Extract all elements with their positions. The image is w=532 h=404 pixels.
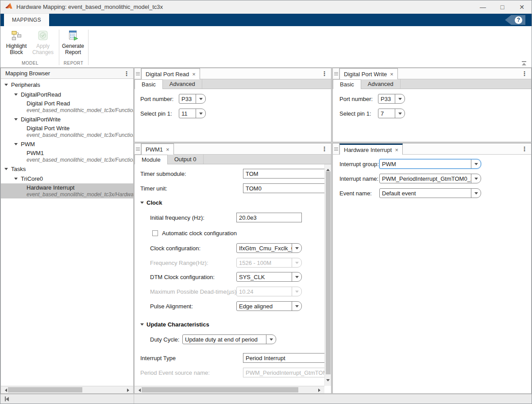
tab-close-icon[interactable]: × — [166, 147, 170, 152]
tab-pwm1[interactable]: PWM1 × — [141, 144, 174, 155]
scrollbar-thumb[interactable] — [8, 387, 82, 392]
scroll-right-icon[interactable] — [318, 388, 322, 392]
chevron-down-icon[interactable] — [292, 244, 301, 252]
timer-unit-input[interactable]: TOM0 — [243, 183, 324, 193]
panel-drag-handle-icon[interactable] — [333, 68, 339, 79]
browser-horizontal-scrollbar[interactable] — [1, 386, 133, 393]
scroll-left-icon[interactable] — [137, 388, 141, 392]
scroll-left-icon[interactable] — [3, 388, 7, 392]
button-label: Block — [10, 49, 23, 55]
panel-drag-handle-icon[interactable] — [135, 68, 141, 79]
subtab-advanced[interactable]: Advanced — [163, 79, 202, 89]
field-label: Interrupt name: — [339, 175, 379, 182]
mapping-tree: Peripherals DigitalPortRead Digital Port… — [1, 79, 133, 385]
pulse-alignment-dropdown[interactable]: Edge aligned — [236, 301, 302, 311]
tree-item-hardware-interrupt[interactable]: Hardware Interrupt event_based_monolithi… — [1, 183, 133, 198]
tree-item-digitalportwrite[interactable]: DigitalPortWrite — [1, 114, 133, 124]
chevron-down-icon[interactable] — [471, 159, 481, 168]
scrollbar-thumb[interactable] — [326, 171, 331, 374]
chevron-down-icon[interactable] — [196, 94, 205, 103]
window-title: Hardware Mapping: event_based_monolithic… — [16, 4, 163, 10]
skip-to-start-icon[interactable] — [5, 396, 9, 401]
subtab-module[interactable]: Module — [135, 155, 168, 164]
collapse-toolstrip-icon[interactable] — [521, 60, 527, 68]
expander-icon[interactable] — [14, 118, 18, 122]
clock-configuration-dropdown[interactable]: IfxGtm_Cmu_Fxclk_0 — [236, 243, 302, 253]
tab-close-icon[interactable]: × — [192, 71, 196, 77]
tree-item-digitalportread[interactable]: DigitalPortRead — [1, 89, 133, 99]
tree-item-tasks[interactable]: Tasks — [1, 164, 133, 174]
tab-mappings[interactable]: MAPPINGS — [4, 14, 49, 26]
chevron-down-icon[interactable] — [471, 189, 481, 198]
pwm1-panel: PWM1 × ⋮ Module Output 0 Timer submodule… — [134, 143, 332, 394]
select-pin-dropdown[interactable]: 11 — [179, 109, 206, 118]
expander-icon[interactable] — [14, 93, 18, 97]
tree-item-pwm1[interactable]: PWM1 event_based_monolithic_model_tc3x/F… — [1, 149, 133, 164]
tree-item-tricore0[interactable]: TriCore0 — [1, 174, 133, 183]
panel-menu-icon[interactable]: ⋮ — [321, 147, 328, 151]
chevron-down-icon[interactable] — [196, 109, 205, 118]
interrupt-name-dropdown[interactable]: PWM_PeriodInterrupt_GtmTOM0_20 — [379, 174, 481, 183]
expander-icon[interactable] — [14, 143, 18, 147]
help-button[interactable]: ? — [505, 15, 525, 25]
collapse-icon — [140, 202, 144, 206]
tab-close-icon[interactable]: × — [395, 147, 398, 153]
duty-cycle-dropdown[interactable]: Update duty at end of period — [182, 334, 276, 344]
dtm-clock-dropdown[interactable]: SYS_CLK — [236, 272, 302, 282]
chevron-down-icon[interactable] — [471, 174, 481, 183]
chevron-down-icon[interactable] — [266, 335, 276, 344]
expander-icon[interactable] — [14, 178, 18, 182]
close-button[interactable]: ✕ — [512, 0, 532, 13]
scroll-right-icon[interactable] — [127, 388, 131, 392]
tree-item-peripherals[interactable]: Peripherals — [1, 80, 133, 89]
tree-item-pwm[interactable]: PWM — [1, 139, 133, 149]
tree-item-digital-port-write[interactable]: Digital Port Write event_based_monolithi… — [1, 124, 133, 139]
interrupt-group-dropdown[interactable]: PWM — [379, 159, 481, 169]
tab-hardware-interrupt[interactable]: Hardware Interrupt × — [339, 144, 403, 155]
port-number-dropdown[interactable]: P33 — [179, 94, 206, 104]
panel-title: Mapping Browser — [5, 70, 50, 77]
chevron-down-icon[interactable] — [292, 272, 301, 281]
chevron-down-icon[interactable] — [292, 302, 301, 311]
chevron-down-icon[interactable] — [395, 109, 405, 118]
clock-section-header[interactable]: Clock — [140, 199, 162, 206]
event-name-dropdown[interactable]: Default event — [379, 188, 481, 198]
port-number-dropdown[interactable]: P33 — [378, 94, 405, 104]
select-pin-dropdown[interactable]: 7 — [378, 109, 405, 118]
pwm-vertical-scrollbar[interactable] — [324, 164, 331, 386]
expander-icon[interactable] — [4, 168, 8, 172]
maximize-button[interactable]: □ — [493, 0, 512, 13]
update-characteristics-section-header[interactable]: Update Characteristics — [140, 321, 209, 328]
button-label: Report — [65, 49, 81, 55]
panel-drag-handle-icon[interactable] — [333, 144, 339, 154]
chevron-down-icon[interactable] — [395, 94, 405, 103]
expander-icon[interactable] — [4, 84, 8, 88]
tree-item-digital-port-read[interactable]: Digital Port Read event_based_monolithic… — [1, 99, 133, 114]
subtab-output0[interactable]: Output 0 — [168, 155, 204, 164]
auto-clock-checkbox[interactable] — [152, 230, 158, 236]
scrollbar-thumb[interactable] — [142, 387, 298, 392]
panel-drag-handle-icon[interactable] — [135, 144, 141, 154]
subtab-basic[interactable]: Basic — [135, 79, 163, 89]
panel-menu-icon[interactable]: ⋮ — [521, 71, 528, 76]
pwm-horizontal-scrollbar[interactable] — [135, 386, 324, 393]
interrupt-type-input[interactable]: Period Interrupt — [243, 353, 324, 363]
subtab-bar: Module Output 0 — [135, 155, 331, 164]
panel-menu-icon[interactable]: ⋮ — [123, 71, 130, 76]
panel-menu-icon[interactable]: ⋮ — [521, 147, 528, 151]
scroll-up-icon[interactable] — [326, 167, 330, 171]
panel-menu-icon[interactable]: ⋮ — [321, 71, 328, 76]
timer-submodule-input[interactable]: TOM — [243, 169, 324, 179]
tab-close-icon[interactable]: × — [390, 71, 393, 77]
initial-frequency-input[interactable]: 20.0e3 — [236, 213, 302, 222]
generate-report-button[interactable]: Generate Report — [60, 29, 86, 61]
subtab-advanced[interactable]: Advanced — [361, 79, 401, 89]
subtab-basic[interactable]: Basic — [333, 79, 361, 89]
minimize-button[interactable]: — — [473, 0, 493, 13]
highlight-block-button[interactable]: Highlight Block — [3, 29, 30, 61]
tab-digital-port-write[interactable]: Digital Port Write × — [339, 68, 398, 79]
scroll-down-icon[interactable] — [326, 379, 330, 383]
tab-digital-port-read[interactable]: Digital Port Read × — [141, 68, 200, 79]
status-left-segment — [0, 394, 134, 404]
digital-port-read-panel: Digital Port Read × ⋮ Basic Advanced Por… — [134, 68, 332, 142]
